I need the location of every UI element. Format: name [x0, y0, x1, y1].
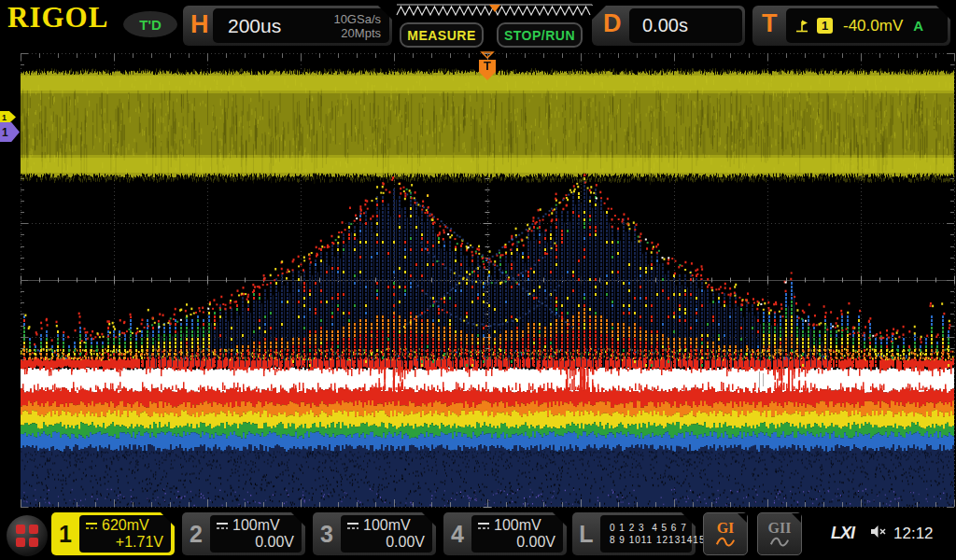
channel-values: 100mV 0.00V [471, 515, 563, 553]
trigger-slope-icon [795, 19, 808, 34]
dc-coupling-icon [216, 522, 229, 530]
waveform-preview[interactable] [395, 3, 599, 20]
channel-1-button[interactable]: 1 620mV +1.71V [51, 512, 175, 555]
trigger-mode-badge: A [913, 18, 923, 34]
channel-4-button[interactable]: 4 100mV 0.00V [443, 512, 567, 555]
horizontal-values: 200us 10GSa/s 20Mpts [213, 8, 389, 43]
sample-rate-value: 10GSa/s [333, 12, 381, 26]
channel-values: 620mV +1.71V [79, 515, 171, 553]
trigger-level-value: -40.0mV [843, 17, 903, 35]
clock: 12:12 [893, 525, 934, 543]
gen2-button[interactable]: GII [757, 512, 802, 555]
dc-coupling-icon [477, 522, 490, 530]
horizontal-label: H [190, 10, 209, 39]
channel-scale: 100mV [363, 517, 411, 534]
channel-values: 100mV 0.00V [341, 515, 432, 553]
speaker-muted-icon [870, 525, 887, 539]
channel-scale: 100mV [494, 517, 541, 534]
rigol-logo: RIGOL [7, 1, 108, 35]
la-label: L [572, 512, 600, 555]
memory-depth-value: 20Mpts [333, 26, 381, 40]
gen2-label: GII [768, 521, 792, 536]
digital-channels-row1: 0 1 2 3 4 5 6 7 [610, 522, 684, 534]
channel-number: 4 [443, 512, 471, 555]
sine-wave-icon [714, 537, 737, 547]
channel-3-button[interactable]: 3 100mV 0.00V [313, 512, 436, 555]
channel-number: 2 [182, 512, 210, 555]
digital-channels: 0 1 2 3 4 5 6 7 8 9 1011 12131415 [600, 515, 692, 553]
timebase-value: 200us [228, 15, 281, 37]
channel-scale: 620mV [102, 517, 149, 534]
delay-panel[interactable]: D 0.00s [592, 6, 745, 46]
channel-number: 3 [313, 512, 341, 555]
delay-label: D [603, 9, 622, 38]
marker-label: 1 [2, 113, 7, 122]
delay-value: 0.00s [642, 15, 688, 36]
channel-offset: +1.71V [85, 534, 163, 551]
trigger-status-label: T'D [139, 17, 162, 33]
channel-2-button[interactable]: 2 100mV 0.00V [182, 512, 305, 555]
trigger-label: T [762, 9, 778, 38]
oscilloscope-screen: RIGOL T'D H 200us 10GSa/s 20Mpts MEASURE… [0, 0, 956, 560]
sine-wave-icon [768, 537, 791, 547]
dc-coupling-icon [346, 522, 359, 530]
channel-offset: 0.00V [477, 534, 555, 551]
horizontal-panel[interactable]: H 200us 10GSa/s 20Mpts [183, 6, 392, 46]
trigger-source-badge: 1 [817, 18, 833, 34]
marker-label: 1 [2, 126, 8, 139]
trigger-status-badge: T'D [123, 11, 177, 37]
lxi-logo: LXI [831, 524, 854, 543]
dc-coupling-icon [85, 522, 98, 530]
channel-offset: 0.00V [346, 534, 425, 551]
trigger-panel[interactable]: T 1 -40.0mV A [752, 6, 950, 46]
stop-run-button-label: STOP/RUN [504, 28, 575, 43]
channel-scale: 100mV [232, 517, 280, 534]
menu-button[interactable] [7, 515, 48, 556]
measure-button[interactable]: MEASURE [400, 22, 484, 48]
menu-grid-icon [16, 525, 38, 547]
channel-number: 1 [51, 512, 79, 555]
channel-values: 100mV 0.00V [210, 515, 302, 553]
acquisition-info: 10GSa/s 20Mpts [333, 12, 389, 40]
logic-analyzer-button[interactable]: L 0 1 2 3 4 5 6 7 8 9 1011 12131415 [572, 512, 696, 555]
delay-values: 0.00s [629, 8, 742, 43]
digital-channels-row2: 8 9 1011 12131415 [610, 534, 684, 546]
stop-run-button[interactable]: STOP/RUN [497, 22, 583, 48]
scope-display[interactable] [0, 51, 956, 509]
trigger-values: 1 -40.0mV A [786, 8, 948, 43]
gen1-button[interactable]: GI [703, 512, 748, 555]
gen1-label: GI [717, 521, 735, 536]
measure-button-label: MEASURE [407, 28, 476, 43]
channel-offset: 0.00V [216, 534, 294, 551]
